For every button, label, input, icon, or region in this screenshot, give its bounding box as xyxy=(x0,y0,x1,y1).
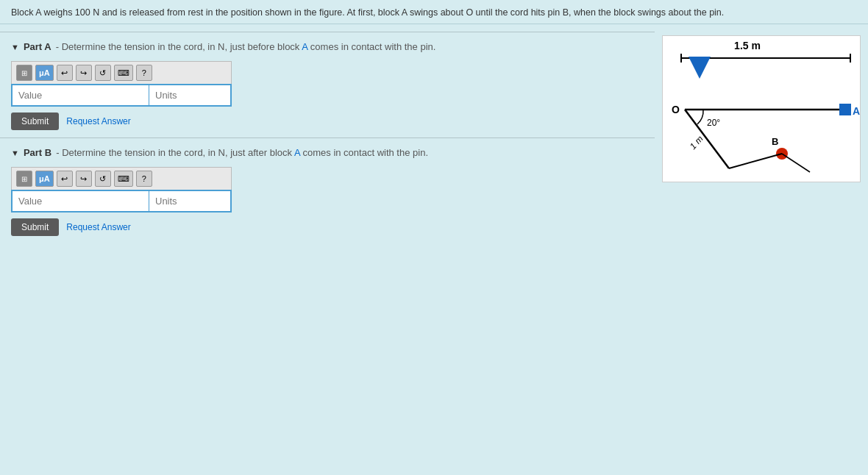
part-b-actions: Submit Request Answer xyxy=(11,218,655,236)
part-a-units-input[interactable] xyxy=(149,85,230,105)
part-a-toggle[interactable]: ▼ xyxy=(11,43,19,51)
keyboard-button-a[interactable]: ⌨ xyxy=(114,65,133,81)
refresh-button-a[interactable]: ↺ xyxy=(95,65,111,81)
part-b-section: ▼ Part B - Determine the tension in the … xyxy=(0,138,655,243)
part-a-actions: Submit Request Answer xyxy=(11,113,655,130)
part-b-description: - Determine the tension in the cord, in … xyxy=(56,147,428,158)
right-panel: 1.5 m O A 20° B 1 m xyxy=(655,24,868,465)
figure-svg: 1.5 m O A 20° B 1 m xyxy=(663,36,861,183)
svg-text:B: B xyxy=(772,136,778,147)
part-b-units-input[interactable] xyxy=(149,191,230,211)
svg-rect-7 xyxy=(839,104,851,115)
part-a-value-input[interactable] xyxy=(13,85,149,105)
part-a-header[interactable]: ▼ Part A - Determine the tension in the … xyxy=(11,41,655,52)
undo-button-a[interactable]: ↩ xyxy=(57,65,73,81)
part-b-input-row xyxy=(11,190,232,213)
svg-marker-3 xyxy=(689,57,711,79)
svg-line-15 xyxy=(782,154,810,172)
left-panel: ▼ Part A - Determine the tension in the … xyxy=(0,24,655,465)
part-b-toolbar: ⊞ μA ↩ ↪ ↺ ⌨ ? xyxy=(11,167,232,190)
keyboard-button-b[interactable]: ⌨ xyxy=(114,171,133,187)
mu-button-a[interactable]: μA xyxy=(35,65,54,81)
part-b-label: Part B xyxy=(24,147,51,158)
part-b-header[interactable]: ▼ Part B - Determine the tension in the … xyxy=(11,147,655,158)
svg-line-14 xyxy=(729,154,782,168)
svg-text:20°: 20° xyxy=(707,118,720,128)
part-b-submit-button[interactable]: Submit xyxy=(11,218,59,236)
svg-text:O: O xyxy=(672,104,680,115)
redo-button-b[interactable]: ↪ xyxy=(76,171,92,187)
part-b-value-input[interactable] xyxy=(13,191,149,211)
grid-icon-a[interactable]: ⊞ xyxy=(16,65,32,81)
part-a-input-row xyxy=(11,84,232,107)
svg-text:1 m: 1 m xyxy=(688,134,705,151)
part-a-submit-button[interactable]: Submit xyxy=(11,113,59,130)
refresh-button-b[interactable]: ↺ xyxy=(95,171,111,187)
part-a-description: - Determine the tension in the cord, in … xyxy=(56,41,436,52)
part-a-request-answer-link[interactable]: Request Answer xyxy=(66,116,130,126)
figure-box: 1.5 m O A 20° B 1 m xyxy=(662,35,861,182)
svg-text:A: A xyxy=(853,105,860,117)
part-b-toggle[interactable]: ▼ xyxy=(11,149,19,157)
mu-button-b[interactable]: μA xyxy=(35,171,54,187)
problem-statement: Block A weighs 100 N and is released fro… xyxy=(0,0,868,24)
part-a-section: ▼ Part A - Determine the tension in the … xyxy=(0,32,655,138)
part-a-toolbar: ⊞ μA ↩ ↪ ↺ ⌨ ? xyxy=(11,61,232,84)
help-button-a[interactable]: ? xyxy=(136,65,152,81)
undo-button-b[interactable]: ↩ xyxy=(57,171,73,187)
redo-button-a[interactable]: ↪ xyxy=(76,65,92,81)
part-a-label: Part A xyxy=(24,41,51,52)
svg-text:1.5 m: 1.5 m xyxy=(734,40,761,51)
grid-icon-b[interactable]: ⊞ xyxy=(16,171,32,187)
part-b-request-answer-link[interactable]: Request Answer xyxy=(66,222,130,232)
help-button-b[interactable]: ? xyxy=(136,171,152,187)
